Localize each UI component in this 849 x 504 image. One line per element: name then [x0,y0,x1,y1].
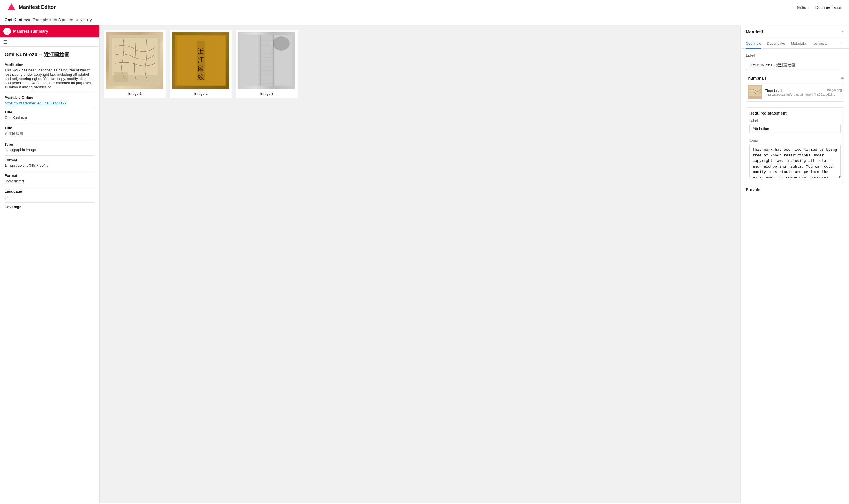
req-value-field-label: Value [749,139,841,143]
req-value-textarea[interactable] [749,144,841,178]
section-value-format-1: 1 map : color ; 345 × 504 cm [4,163,95,167]
svg-rect-4 [113,72,128,82]
image-label-1: Image 1 [128,91,142,95]
tab-technical[interactable]: Technical [812,38,827,49]
panel-title: Manifest [746,29,763,34]
image-item-3[interactable]: Image 3 [236,30,298,98]
section-value-type: cartographic image [4,148,95,152]
svg-text:國: 國 [198,65,204,72]
section-label-available-online: Available Online [4,95,95,100]
thumbnail-url: https://stacks.stanford.edu/image/iiif/h… [765,93,842,96]
section-label-title-1: Title [4,110,95,114]
svg-text:近: 近 [198,48,204,55]
list-view-toggle[interactable]: ☰ [0,38,99,47]
thumbnail-info: Thumbnail image/jpeg https://stacks.stan… [765,88,842,96]
divider [4,93,95,93]
svg-rect-3 [112,38,158,75]
svg-rect-30 [749,96,754,98]
logo-icon [7,3,16,12]
label-field-label: Label [746,53,845,57]
req-label-field-label: Label [749,119,841,123]
svg-marker-1 [10,3,13,6]
header-nav: Github Documentation [797,5,842,10]
github-link[interactable]: Github [797,5,809,10]
section-value-attribution: This work has been identified as being f… [4,68,95,89]
divider [4,186,95,187]
panel-tabs: Overview Descriptive Metadata Technical … [741,38,849,49]
sidebar: i Manifest summary ☰ Ōmi Kuni-ezu -- 近江國… [0,25,100,503]
svg-rect-14 [260,35,261,86]
thumbnail-type: image/jpeg [827,88,842,92]
right-panel: Manifest × Overview Descriptive Metadata… [741,25,849,503]
info-icon: i [3,28,11,35]
thumbnail-name: Thumbnail [765,88,782,93]
label-input[interactable] [746,60,845,70]
image-item-1[interactable]: Image 1 [104,30,165,98]
svg-point-27 [272,36,290,51]
section-label-attribution: Attribution [4,62,95,67]
tab-descriptive[interactable]: Descriptive [767,38,785,49]
image-label-2: Image 2 [194,91,208,95]
image-thumb-1 [106,32,163,89]
tab-overview[interactable]: Overview [746,38,761,49]
app-title: Manifest Editor [19,4,56,10]
divider [4,140,95,140]
image-thumb-3 [238,32,295,89]
canvas-area: Image 1 近 江 國 絵 Image 2 [100,25,741,503]
required-statement-title: Required statement [749,111,841,115]
manifest-title: Ōmi Kuni-ezu -- 近江國絵圖 [4,51,95,58]
header-left: Manifest Editor [7,3,56,12]
section-label-type: Type [4,142,95,146]
required-statement: Required statement Label Value [746,107,845,183]
image-thumb-2: 近 江 國 絵 [173,32,229,89]
sidebar-toolbar-title: Manifest summary [13,29,48,34]
thumbnail-row: Thumbnail image/jpeg https://stacks.stan… [746,83,845,102]
available-online-link[interactable]: https://purl.stanford.edu/hs631zg4177 [4,101,67,105]
section-label-format-2: Format [4,174,95,178]
thumbnail-section-label: Thumbnail [746,76,766,80]
provider-label: Provider [746,187,845,192]
image-grid: Image 1 近 江 國 絵 Image 2 [104,30,736,98]
divider [4,171,95,171]
documentation-link[interactable]: Documentation [815,5,842,10]
list-icon: ☰ [3,39,7,44]
divider [4,155,95,156]
svg-text:江: 江 [198,56,204,64]
thumbnail-preview [748,85,762,99]
panel-content: Label Thumbnail ✏ [741,49,849,503]
section-value-format-2: unmediated [4,179,95,183]
req-label-input[interactable] [749,124,841,133]
provider-section: Provider [746,187,845,192]
image-label-3: Image 3 [260,91,274,95]
sidebar-toolbar: i Manifest summary [0,25,99,38]
section-label-coverage: Coverage [4,205,95,209]
main-layout: i Manifest summary ☰ Ōmi Kuni-ezu -- 近江國… [0,25,849,503]
section-label-language: Language [4,189,95,193]
tab-metadata[interactable]: Metadata [791,38,806,49]
app-header: Manifest Editor Github Documentation [0,0,849,15]
thumbnail-section: Thumbnail ✏ [746,76,845,102]
thumbnail-edit-icon[interactable]: ✏ [841,76,845,80]
section-value-title-2: 近江國絵圖 [4,131,95,136]
thumbnail-name-row: Thumbnail image/jpeg [765,88,842,93]
breadcrumb-subtitle: Example from Stanford University [32,18,92,22]
divider [4,202,95,202]
section-label-title-2: Title [4,126,95,130]
section-value-title-1: Ōmi Kuni-ezu [4,115,95,120]
image-item-2[interactable]: 近 江 國 絵 Image 2 [170,30,232,98]
section-label-format-1: Format [4,158,95,162]
svg-rect-29 [749,86,761,96]
breadcrumb: Ōmi Kuni-ezu Example from Stanford Unive… [0,15,849,25]
panel-close-button[interactable]: × [841,29,845,35]
panel-header: Manifest × [741,25,849,38]
svg-text:絵: 絵 [197,73,204,80]
sidebar-content: Ōmi Kuni-ezu -- 近江國絵圖 Attribution This w… [0,47,99,503]
breadcrumb-title: Ōmi Kuni-ezu [4,18,30,22]
more-options-icon[interactable]: ⋮ [839,40,845,47]
thumbnail-header: Thumbnail ✏ [746,76,845,80]
section-value-language: jpn [4,195,95,199]
